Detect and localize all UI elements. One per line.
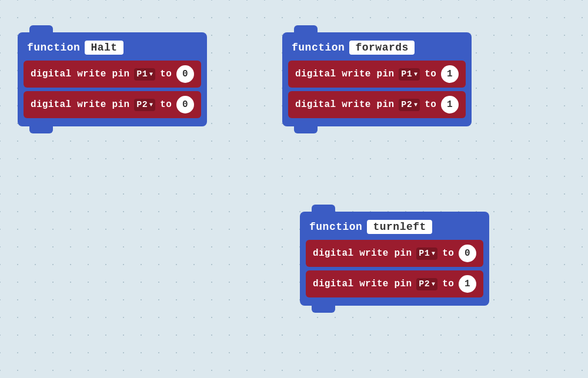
value-circle[interactable]: 1 [441,96,459,113]
to-label: to [160,69,172,79]
dropdown-caret: ▼ [149,71,153,78]
digital-write-label: digital write pin [313,279,412,289]
to-label: to [160,99,172,110]
digital-write-label: digital write pin [295,69,394,79]
to-label: to [442,248,454,259]
dropdown-caret: ▼ [149,102,153,108]
digital-write-row: digital write pin P2 ▼ to 1 [306,270,483,297]
digital-write-label: digital write pin [31,99,129,110]
function-keyword: function [27,42,80,53]
to-label: to [425,69,436,79]
digital-write-row: digital write pin P2 ▼ to 1 [288,91,466,118]
value-circle[interactable]: 0 [459,245,476,262]
digital-write-row: digital write pin P1 ▼ to 0 [24,61,201,88]
function-name-turnleft[interactable]: turnleft [367,220,432,234]
digital-write-label: digital write pin [31,69,129,79]
function-name-forwards[interactable]: forwards [349,41,414,55]
to-label: to [442,279,454,289]
function-block-halt: function Halt digital write pin P1 ▼ to … [18,32,207,126]
value-circle[interactable]: 0 [176,96,194,113]
function-header-forwards: function forwards [288,38,466,57]
function-block-forwards: function forwards digital write pin P1 ▼… [282,32,472,126]
digital-write-row: digital write pin P1 ▼ to 1 [288,61,466,88]
pin-p1-dropdown[interactable]: P1 ▼ [416,247,437,260]
function-name-halt[interactable]: Halt [85,41,123,55]
dropdown-caret: ▼ [432,281,435,287]
pin-p1-dropdown[interactable]: P1 ▼ [399,68,420,81]
value-circle[interactable]: 1 [459,275,476,293]
value-circle[interactable]: 0 [176,65,194,83]
pin-p2-dropdown[interactable]: P2 ▼ [134,99,155,111]
digital-write-row: digital write pin P2 ▼ to 0 [24,91,201,118]
value-circle[interactable]: 1 [441,65,459,83]
dropdown-caret: ▼ [432,250,435,257]
function-block-turnleft: function turnleft digital write pin P1 ▼… [300,212,489,306]
function-header-halt: function Halt [24,38,201,57]
digital-write-row: digital write pin P1 ▼ to 0 [306,240,483,267]
dropdown-caret: ▼ [414,71,417,78]
pin-p2-dropdown[interactable]: P2 ▼ [399,99,420,111]
digital-write-label: digital write pin [295,99,394,110]
digital-write-label: digital write pin [313,248,412,259]
function-header-turnleft: function turnleft [306,218,483,236]
function-keyword: function [292,42,345,53]
dropdown-caret: ▼ [414,102,417,108]
pin-p1-dropdown[interactable]: P1 ▼ [134,68,155,81]
to-label: to [425,99,436,110]
pin-p2-dropdown[interactable]: P2 ▼ [416,278,437,290]
function-keyword: function [309,221,362,233]
